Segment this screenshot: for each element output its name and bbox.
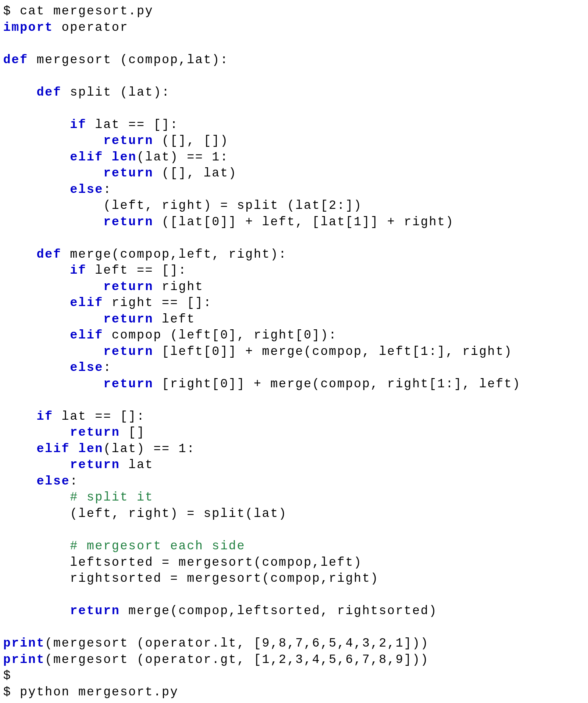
return-expr: right [154, 280, 204, 294]
indent [3, 85, 37, 99]
comment: # split it [70, 490, 154, 504]
indent [3, 215, 103, 229]
indent [3, 312, 103, 326]
return-expr: left [154, 312, 195, 326]
elif-cond: compop (left[0], right[0]): [103, 328, 337, 342]
kw-elif: elif [70, 150, 104, 164]
return-expr: merge(compop,leftsorted, rightsorted) [120, 604, 437, 618]
if-cond: lat == []: [53, 409, 145, 423]
indent [3, 263, 70, 277]
return-expr: ([], []) [154, 134, 229, 148]
builtin-len: len [78, 442, 104, 456]
prompt-dollar: $ [3, 4, 12, 18]
indent [3, 507, 70, 521]
cat-command: cat mergesort.py [12, 4, 154, 18]
def-split-sig: split (lat): [62, 85, 170, 99]
prompt-dollar: $ [3, 669, 12, 683]
indent [3, 555, 70, 569]
kw-if: if [70, 118, 87, 132]
kw-print: print [3, 636, 45, 650]
indent [3, 118, 70, 132]
kw-return: return [70, 604, 120, 618]
return-expr: [right[0]] + merge(compop, right[1:], le… [154, 377, 521, 391]
assign-split: (left, right) = split (lat[2:]) [103, 198, 362, 212]
indent [3, 490, 70, 504]
kw-else: else [37, 474, 70, 488]
indent [3, 474, 37, 488]
colon: : [70, 474, 78, 488]
elif-cond: (lat) == 1: [104, 442, 196, 456]
elif-cond: (lat) == 1: [137, 150, 229, 164]
kw-return: return [70, 458, 120, 472]
indent [3, 539, 70, 553]
indent [3, 604, 70, 618]
indent [3, 134, 103, 148]
indent [3, 458, 70, 472]
kw-if: if [70, 263, 87, 277]
return-expr: [] [120, 425, 145, 439]
return-expr: [left[0]] + merge(compop, left[1:], righ… [154, 344, 512, 359]
indent [3, 182, 70, 196]
kw-return: return [103, 134, 153, 148]
python-run-command: python mergesort.py [12, 685, 178, 699]
builtin-len: len [112, 150, 137, 164]
assign-split: (left, right) = split(lat) [70, 507, 287, 521]
indent [3, 377, 103, 391]
kw-return: return [103, 312, 153, 326]
colon: : [103, 182, 112, 196]
colon: : [103, 361, 112, 375]
return-expr: ([lat[0]] + left, [lat[1]] + right) [154, 215, 454, 229]
space [70, 442, 78, 456]
kw-return: return [103, 377, 153, 391]
def-mergesort-sig: mergesort (compop,lat): [28, 53, 229, 67]
kw-elif: elif [70, 296, 104, 310]
indent [3, 198, 103, 212]
kw-return: return [103, 344, 153, 359]
indent [3, 296, 70, 310]
elif-cond: right == []: [103, 296, 212, 310]
kw-print: print [3, 653, 45, 667]
indent [3, 247, 37, 261]
kw-elif: elif [37, 442, 70, 456]
indent [3, 344, 103, 359]
kw-return: return [103, 166, 153, 180]
kw-if: if [37, 409, 54, 423]
return-expr: ([], lat) [154, 166, 237, 180]
import-rest: operator [53, 20, 128, 34]
indent [3, 409, 37, 423]
comment: # mergesort each side [70, 539, 245, 553]
kw-else: else [70, 361, 104, 375]
return-expr: lat [120, 458, 154, 472]
indent [3, 442, 37, 456]
kw-return: return [70, 425, 120, 439]
indent [3, 150, 70, 164]
if-cond: left == []: [87, 263, 187, 277]
kw-def: def [37, 247, 62, 261]
space [103, 150, 112, 164]
indent [3, 280, 103, 294]
prompt-dollar: $ [3, 685, 12, 699]
indent [3, 166, 103, 180]
indent [3, 571, 70, 585]
kw-def: def [37, 85, 62, 99]
indent [3, 361, 70, 375]
kw-elif: elif [70, 328, 104, 342]
kw-return: return [103, 215, 153, 229]
kw-else: else [70, 182, 104, 196]
print-call: (mergesort (operator.gt, [1,2,3,4,5,6,7,… [45, 653, 429, 667]
kw-def: def [3, 53, 28, 67]
kw-return: return [103, 280, 153, 294]
assign-rightsorted: rightsorted = mergesort(compop,right) [70, 571, 379, 585]
assign-leftsorted: leftsorted = mergesort(compop,left) [70, 555, 362, 569]
def-merge-sig: merge(compop,left, right): [62, 247, 287, 261]
terminal-output: $ cat mergesort.py import operator def m… [0, 0, 588, 703]
indent [3, 425, 70, 439]
indent [3, 328, 70, 342]
kw-import: import [3, 20, 53, 34]
print-call: (mergesort (operator.lt, [9,8,7,6,5,4,3,… [45, 636, 429, 650]
if-cond: lat == []: [87, 118, 179, 132]
